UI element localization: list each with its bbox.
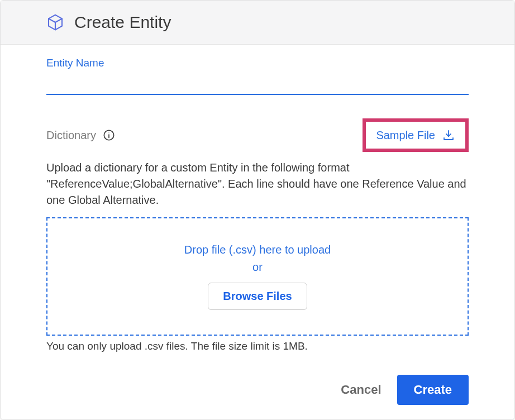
create-entity-dialog: Create Entity Entity Name Dictionary Sam… <box>0 0 515 420</box>
dropzone-text: Drop file (.csv) here to upload <box>184 244 331 256</box>
upload-hint: You can only upload .csv files. The file… <box>46 340 469 352</box>
dictionary-label: Dictionary <box>46 129 96 142</box>
dropzone-or: or <box>252 261 263 274</box>
sample-file-label: Sample File <box>376 129 435 142</box>
dictionary-row: Dictionary Sample File <box>46 118 469 152</box>
sample-file-link[interactable]: Sample File <box>376 128 455 142</box>
create-button[interactable]: Create <box>397 375 469 405</box>
dictionary-description: Upload a dictionary for a custom Entity … <box>46 160 469 208</box>
entity-name-label: Entity Name <box>46 57 469 69</box>
info-icon[interactable] <box>103 129 115 141</box>
dialog-body: Entity Name Dictionary Sample File <box>1 45 514 352</box>
browse-files-button[interactable]: Browse Files <box>208 283 307 310</box>
file-dropzone[interactable]: Drop file (.csv) here to upload or Brows… <box>46 217 469 336</box>
cancel-button[interactable]: Cancel <box>341 383 381 397</box>
download-icon <box>442 128 455 142</box>
entity-name-input[interactable] <box>46 73 469 95</box>
dialog-footer: Cancel Create <box>341 375 469 405</box>
svg-point-2 <box>108 132 109 133</box>
sample-file-highlight: Sample File <box>363 118 469 152</box>
dialog-header: Create Entity <box>1 1 514 45</box>
dictionary-label-group: Dictionary <box>46 129 115 142</box>
cube-icon <box>46 13 64 31</box>
dialog-title: Create Entity <box>74 13 171 32</box>
